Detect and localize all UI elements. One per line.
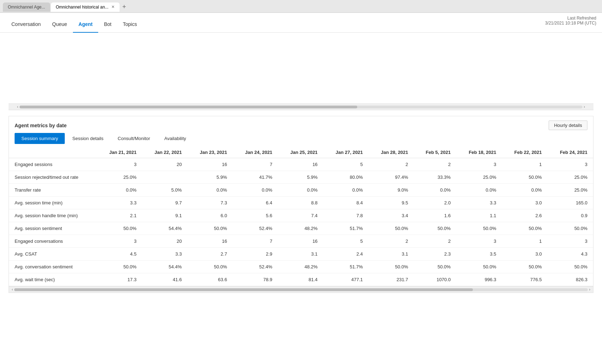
- cell-7-7: 2.3: [414, 248, 456, 261]
- cell-0-7: 2: [414, 158, 456, 171]
- cell-8-3: 52.4%: [233, 261, 278, 273]
- col-header-jan28: Jan 28, 2021: [369, 147, 414, 158]
- cell-2-10: 25.0%: [548, 184, 593, 197]
- table-container[interactable]: Jan 21, 2021 Jan 22, 2021 Jan 23, 2021 J…: [9, 147, 593, 293]
- cell-8-10: 50.0%: [548, 261, 593, 273]
- col-header-jan23: Jan 23, 2021: [188, 147, 233, 158]
- cell-5-5: 51.7%: [323, 222, 369, 235]
- content-area[interactable]: ‹ › Agent metrics by date Hourly details…: [0, 33, 602, 364]
- metrics-table: Jan 21, 2021 Jan 22, 2021 Jan 23, 2021 J…: [9, 147, 593, 286]
- cell-5-4: 48.2%: [278, 222, 323, 235]
- cell-8-5: 51.7%: [323, 261, 369, 273]
- browser-tab-2[interactable]: Omnichannel historical an... ✕: [51, 2, 120, 12]
- cell-5-9: 50.0%: [502, 222, 548, 235]
- cell-0-9: 1: [502, 158, 548, 171]
- hourly-details-button[interactable]: Hourly details: [549, 121, 587, 130]
- cell-9-6: 231.7: [369, 273, 414, 286]
- table-row: Avg. wait time (sec)17.341.663.678.981.4…: [9, 273, 593, 286]
- table-scroll-left-icon[interactable]: ‹: [10, 288, 14, 291]
- cell-7-1: 3.3: [142, 248, 188, 261]
- app-container: Conversation Queue Agent Bot Topics Last…: [0, 13, 602, 364]
- cell-4-10: 0.9: [548, 209, 593, 222]
- cell-6-10: 3: [548, 235, 593, 248]
- col-header-label: [9, 147, 97, 158]
- chart-area: [9, 33, 593, 104]
- cell-8-0: 50.0%: [97, 261, 142, 273]
- row-label-0: Engaged sessions: [9, 158, 97, 171]
- table-bottom-scrollbar[interactable]: ‹ ›: [9, 286, 593, 293]
- cell-7-4: 3.1: [278, 248, 323, 261]
- cell-6-9: 1: [502, 235, 548, 248]
- nav-item-topics[interactable]: Topics: [117, 16, 143, 33]
- table-row: Transfer rate0.0%5.0%0.0%0.0%0.0%0.0%9.0…: [9, 184, 593, 197]
- cell-6-5: 5: [323, 235, 369, 248]
- row-label-1: Session rejected/timed out rate: [9, 171, 97, 184]
- cell-6-0: 3: [97, 235, 142, 248]
- cell-4-6: 3.4: [369, 209, 414, 222]
- tab-availability[interactable]: Availability: [158, 133, 193, 144]
- cell-0-3: 7: [233, 158, 278, 171]
- nav-item-bot[interactable]: Bot: [98, 16, 117, 33]
- metrics-title: Agent metrics by date: [15, 123, 67, 128]
- tab-session-summary[interactable]: Session summary: [15, 133, 65, 144]
- sub-tabs: Session summary Session details Consult/…: [9, 130, 593, 144]
- cell-8-7: 50.0%: [414, 261, 456, 273]
- col-header-jan24: Jan 24, 2021: [233, 147, 278, 158]
- cell-5-3: 52.4%: [233, 222, 278, 235]
- scroll-right-icon[interactable]: ›: [582, 105, 586, 109]
- tab-session-details[interactable]: Session details: [65, 133, 110, 144]
- cell-8-1: 54.4%: [142, 261, 188, 273]
- nav-item-conversation[interactable]: Conversation: [6, 16, 47, 33]
- table-scroll-right-icon[interactable]: ›: [588, 288, 592, 291]
- cell-9-9: 776.5: [502, 273, 548, 286]
- cell-6-3: 7: [233, 235, 278, 248]
- cell-5-6: 50.0%: [369, 222, 414, 235]
- chart-scrollbar[interactable]: ‹ ›: [9, 104, 593, 110]
- table-row: Avg. conversation sentiment50.0%54.4%50.…: [9, 261, 593, 273]
- col-header-feb18: Feb 18, 2021: [456, 147, 502, 158]
- cell-6-1: 20: [142, 235, 188, 248]
- nav-item-queue[interactable]: Queue: [47, 16, 73, 33]
- cell-3-3: 6.4: [233, 197, 278, 209]
- cell-3-0: 3.3: [97, 197, 142, 209]
- row-label-9: Avg. wait time (sec): [9, 273, 97, 286]
- metrics-section: Agent metrics by date Hourly details Ses…: [9, 116, 593, 293]
- cell-1-0: 25.0%: [97, 171, 142, 184]
- cell-1-5: 80.0%: [323, 171, 369, 184]
- cell-4-5: 7.8: [323, 209, 369, 222]
- cell-0-4: 16: [278, 158, 323, 171]
- cell-3-2: 7.3: [188, 197, 233, 209]
- cell-4-8: 1.1: [456, 209, 502, 222]
- cell-9-7: 1070.0: [414, 273, 456, 286]
- cell-7-3: 2.9: [233, 248, 278, 261]
- row-label-2: Transfer rate: [9, 184, 97, 197]
- cell-1-4: 5.9%: [278, 171, 323, 184]
- close-icon[interactable]: ✕: [111, 5, 115, 9]
- col-header-feb5: Feb 5, 2021: [414, 147, 456, 158]
- table-row: Session rejected/timed out rate25.0%5.9%…: [9, 171, 593, 184]
- cell-8-2: 50.0%: [188, 261, 233, 273]
- cell-0-1: 20: [142, 158, 188, 171]
- cell-3-8: 3.3: [456, 197, 502, 209]
- cell-3-10: 165.0: [548, 197, 593, 209]
- cell-4-7: 1.6: [414, 209, 456, 222]
- nav-item-agent[interactable]: Agent: [73, 16, 99, 33]
- cell-1-9: 50.0%: [502, 171, 548, 184]
- cell-0-0: 3: [97, 158, 142, 171]
- table-row: Avg. CSAT4.53.32.72.93.12.43.12.33.53.04…: [9, 248, 593, 261]
- cell-0-5: 5: [323, 158, 369, 171]
- cell-7-9: 3.0: [502, 248, 548, 261]
- table-row: Avg. session handle time (min)2.19.16.05…: [9, 209, 593, 222]
- tab-consult-monitor[interactable]: Consult/Monitor: [111, 133, 157, 144]
- table-row: Avg. session sentiment50.0%54.4%50.0%52.…: [9, 222, 593, 235]
- scroll-left-icon[interactable]: ‹: [16, 105, 20, 109]
- top-nav: Conversation Queue Agent Bot Topics Last…: [0, 13, 602, 33]
- cell-3-5: 8.4: [323, 197, 369, 209]
- cell-9-2: 63.6: [188, 273, 233, 286]
- cell-1-3: 41.7%: [233, 171, 278, 184]
- new-tab-button[interactable]: +: [120, 3, 128, 11]
- cell-1-7: 33.3%: [414, 171, 456, 184]
- scroll-thumb: [20, 106, 357, 108]
- cell-6-2: 16: [188, 235, 233, 248]
- browser-tab-1[interactable]: Omnichannel Age...: [3, 2, 50, 12]
